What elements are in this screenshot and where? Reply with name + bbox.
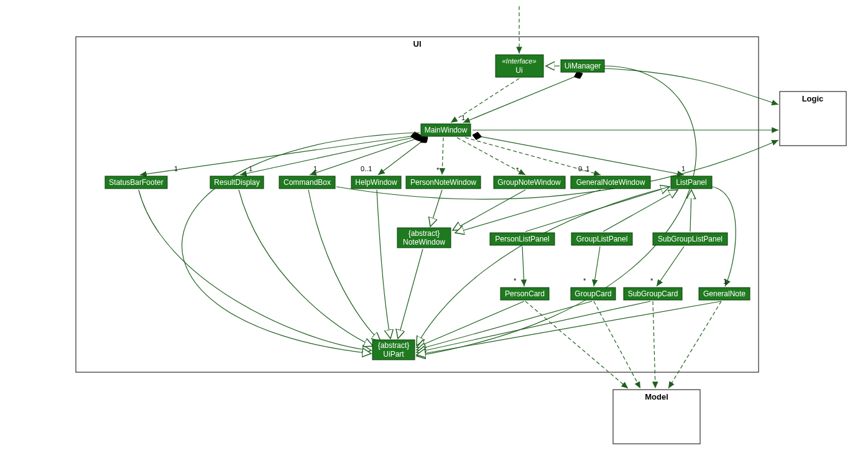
class-groupnotewindow: GroupNoteWindow bbox=[494, 176, 565, 189]
class-helpwindow-name: HelpWindow bbox=[355, 178, 397, 187]
mult-personcard: * bbox=[514, 277, 517, 284]
class-grouplistpanel-name: GroupListPanel bbox=[576, 235, 628, 243]
class-uimanager-name: UiManager bbox=[565, 62, 601, 70]
class-ui-interface: «Interface» Ui bbox=[496, 55, 543, 77]
class-groupnotewindow-name: GroupNoteWindow bbox=[497, 178, 561, 187]
mult-listpanel: 1 bbox=[681, 165, 685, 172]
package-model: Model bbox=[613, 390, 700, 444]
class-commandbox-name: CommandBox bbox=[284, 178, 331, 187]
mult-personnotewindow: * bbox=[436, 166, 440, 174]
class-personnotewindow: PersonNoteWindow bbox=[406, 176, 481, 189]
package-title-logic: Logic bbox=[802, 94, 824, 103]
class-generalnote-name: GeneralNote bbox=[703, 289, 746, 298]
svg-rect-0 bbox=[76, 37, 759, 372]
package-title-model: Model bbox=[645, 392, 668, 401]
class-personcard: PersonCard bbox=[501, 288, 549, 300]
class-notewindow: {abstract} NoteWindow bbox=[397, 228, 451, 248]
class-personlistpanel-name: PersonListPanel bbox=[495, 235, 549, 243]
class-uimanager: UiManager bbox=[561, 60, 604, 72]
class-subgroupcard: SubGroupCard bbox=[624, 288, 682, 300]
class-statusbarfooter-name: StatusBarFooter bbox=[109, 178, 163, 187]
class-helpwindow: HelpWindow bbox=[351, 176, 401, 189]
mult-commandbox: 1 bbox=[313, 165, 317, 172]
class-resultdisplay-name: ResultDisplay bbox=[214, 178, 259, 187]
package-logic: Logic bbox=[780, 91, 846, 146]
class-listpanel: ListPanel bbox=[671, 176, 712, 189]
class-generalnotewindow: GeneralNoteWindow bbox=[571, 176, 650, 189]
class-ui-interface-name: Ui bbox=[515, 66, 522, 75]
mult-groupcard: * bbox=[583, 277, 586, 284]
class-generalnotewindow-name: GeneralNoteWindow bbox=[576, 178, 645, 187]
package-ui: UI bbox=[76, 37, 759, 372]
class-personlistpanel: PersonListPanel bbox=[490, 233, 555, 245]
class-subgrouplistpanel-name: SubGroupListPanel bbox=[658, 235, 723, 243]
mult-statusbar: 1 bbox=[174, 165, 178, 172]
class-groupcard-name: GroupCard bbox=[575, 289, 611, 298]
class-personnotewindow-name: PersonNoteWindow bbox=[410, 178, 476, 187]
class-mainwindow-name: MainWindow bbox=[425, 126, 468, 134]
mult-helpwindow: 0..1 bbox=[361, 165, 372, 172]
mult-subgroupcard: * bbox=[650, 277, 653, 284]
class-listpanel-name: ListPanel bbox=[676, 178, 706, 187]
class-generalnote: GeneralNote bbox=[699, 288, 750, 300]
class-grouplistpanel: GroupListPanel bbox=[571, 233, 632, 245]
mult-generalnote: 1 bbox=[723, 278, 727, 285]
class-subgroupcard-name: SubGroupCard bbox=[628, 289, 678, 298]
package-title-ui: UI bbox=[413, 39, 422, 49]
class-mainwindow: MainWindow bbox=[421, 124, 471, 136]
class-notewindow-stereo: {abstract} bbox=[409, 229, 440, 238]
class-uipart-stereo: {abstract} bbox=[378, 341, 410, 350]
mult-generalnotewindow: 0..1 bbox=[578, 165, 589, 172]
class-commandbox: CommandBox bbox=[279, 176, 335, 189]
class-ui-interface-stereo: «Interface» bbox=[502, 57, 536, 65]
mult-mainwindow: 1 bbox=[461, 114, 465, 121]
class-uipart-name: UiPart bbox=[383, 350, 404, 359]
class-personcard-name: PersonCard bbox=[505, 289, 545, 298]
class-groupcard: GroupCard bbox=[571, 288, 616, 300]
class-resultdisplay: ResultDisplay bbox=[210, 176, 264, 189]
class-notewindow-name: NoteWindow bbox=[403, 238, 445, 246]
class-uipart: {abstract} UiPart bbox=[372, 340, 415, 360]
class-statusbarfooter: StatusBarFooter bbox=[105, 176, 167, 189]
mult-groupnotewindow: * bbox=[516, 166, 519, 174]
class-subgrouplistpanel: SubGroupListPanel bbox=[653, 233, 727, 245]
